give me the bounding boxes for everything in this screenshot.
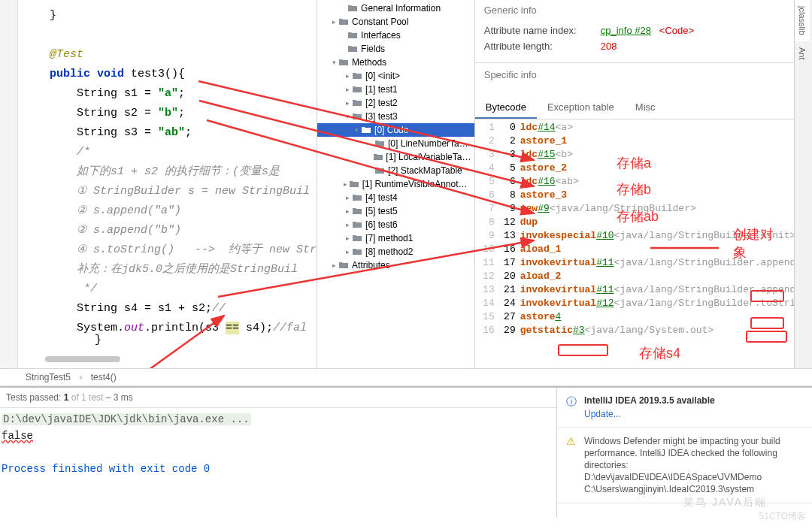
tree-arrow-icon[interactable]: ▸ [343,221,352,228]
tree-item[interactable]: ▸Constant Pool [317,15,474,29]
attr-name-link[interactable]: cp_info #28 [601,25,651,36]
tree-item[interactable]: ▾[0] Code [317,123,474,137]
tree-item-label: [0] LineNumberTable [388,138,471,149]
tree-item[interactable]: [1] LocalVariableTable [317,150,474,164]
code-editor[interactable]: } @Test public void test3(){ String s1 =… [0,0,317,368]
tree-item-label: [8] method2 [365,246,413,257]
tree-item[interactable]: ▸[0] <init> [317,69,474,83]
bytecode-line[interactable]: 22astore_1 [480,135,807,148]
notification-defender[interactable]: ⚠ Windows Defender might be impacting yo… [557,428,812,503]
folder-icon [350,180,359,189]
bytecode-extra: <a> [556,121,573,135]
bytecode-cp-link[interactable]: #3 [573,324,585,337]
tree-arrow-icon[interactable]: ▸ [343,248,352,255]
tree-item[interactable]: ▸[1] test1 [317,83,474,96]
tree-item-label: [2] StackMapTable [388,165,462,176]
tree-item-label: Interfaces [361,30,401,41]
warning-icon: ⚠ [566,435,580,495]
class-structure-tree[interactable]: General Information▸Constant PoolInterfa… [317,0,475,368]
tree-arrow-icon[interactable]: ▸ [343,194,352,201]
tree-item[interactable]: ▸Attributes [317,258,474,272]
tree-item[interactable]: ▸[7] method1 [317,231,474,245]
tree-item-label: [2] test2 [365,98,398,108]
attr-name-extra: <Code> [659,25,694,36]
bytecode-cp-link[interactable]: #10 [596,229,614,243]
tree-item[interactable]: ▾[3] test3 [317,110,474,123]
bytecode-line[interactable]: 1016aload_1 [480,243,807,256]
bytecode-line[interactable]: 79new #9 <java/lang/StringBuilder> [480,202,807,216]
bytecode-listing[interactable]: 10ldc #14 <a>22astore_133ldc #15 <b>45as… [475,119,812,339]
console-command: D:\dev\javaIDE\JDK\jdk\bin\java.exe ... [2,413,251,425]
tree-arrow-icon[interactable]: ▸ [329,18,338,26]
console-output[interactable]: D:\dev\javaIDE\JDK\jdk\bin\java.exe ... … [0,408,556,480]
tree-arrow-icon[interactable]: ▸ [329,261,338,269]
tree-item-label: [0] <init> [365,71,400,81]
bytecode-cp-link[interactable]: #11 [596,283,614,297]
editor-gutter [0,0,18,368]
tree-arrow-icon[interactable]: ▸ [343,99,352,107]
bytecode-cp-link[interactable]: 4 [556,310,562,324]
tree-item[interactable]: ▸[4] test4 [317,191,474,204]
tab-bytecode[interactable]: Bytecode [475,97,537,119]
notification-update[interactable]: ⓘ IntelliJ IDEA 2019.3.5 available Updat… [557,388,812,428]
bytecode-line[interactable]: 1220aload_2 [480,270,807,283]
tree-item[interactable]: ▸[2] test2 [317,96,474,110]
tree-item[interactable]: General Information [317,2,474,15]
console-out-false: false [2,430,33,442]
tree-item[interactable]: Fields [317,42,474,56]
bytecode-line[interactable]: 56ldc #16 <ab> [480,175,807,189]
bytecode-cp-link[interactable]: #12 [596,297,614,310]
tree-item[interactable]: ▾Methods [317,56,474,69]
editor-scrollbar-thumb[interactable] [45,356,120,362]
tree-arrow-icon[interactable]: ▸ [343,86,352,93]
tree-item[interactable]: ▸[5] test5 [317,204,474,218]
folder-icon [352,85,362,94]
tree-item[interactable]: ▸[6] test6 [317,218,474,231]
tree-item[interactable]: ▸[1] RuntimeVisibleAnnotatio... [317,177,474,191]
tree-arrow-icon[interactable]: ▸ [343,72,352,80]
tree-arrow-icon[interactable]: ▾ [352,126,361,134]
bytecode-line[interactable]: 68astore_3 [480,189,807,202]
folder-icon [338,17,349,26]
breadcrumb-method[interactable]: test4() [88,370,120,384]
folder-icon [352,193,362,202]
tree-arrow-icon[interactable]: ▾ [343,113,352,120]
bytecode-cp-link[interactable]: #14 [538,121,555,135]
bytecode-line[interactable]: 10ldc #14 <a> [480,121,807,135]
tree-item-label: General Information [361,3,441,14]
bytecode-line[interactable]: 45astore_2 [480,162,807,175]
bytecode-line[interactable]: 812dup [480,216,807,229]
breadcrumb-file[interactable]: StringTest5 [23,370,74,384]
tree-item-label: [0] Code [374,125,408,135]
attr-len-value: 208 [601,41,617,52]
tree-arrow-icon[interactable]: ▸ [343,207,352,215]
tree-arrow-icon[interactable]: ▸ [343,234,352,242]
tree-arrow-icon[interactable]: ▾ [329,59,338,66]
bytecode-line[interactable]: 33ldc #15 <b> [480,148,807,162]
bytecode-line[interactable]: 913invokespecial #10 <java/lang/StringBu… [480,229,807,243]
folder-icon [347,44,358,53]
tree-item[interactable]: [0] LineNumberTable [317,137,474,150]
breadcrumb[interactable]: StringTest5 › test4() [0,368,812,386]
side-tab-ant[interactable]: Ant [795,41,810,66]
tab-misc[interactable]: Misc [625,97,666,119]
folder-icon [338,58,349,67]
tree-item-label: [3] test3 [365,111,398,122]
bytecode-line[interactable]: 1117invokevirtual #11 <java/lang/StringB… [480,256,807,270]
folder-icon [352,247,362,256]
tree-item[interactable]: [2] StackMapTable [317,164,474,177]
tree-item[interactable]: ▸[8] method2 [317,245,474,258]
tree-arrow-icon[interactable]: ▸ [341,180,350,188]
bytecode-cp-link[interactable]: #9 [538,202,550,216]
tree-item[interactable]: Interfaces [317,29,474,42]
bytecode-cp-link[interactable]: #11 [596,256,614,270]
bytecode-cp-link[interactable]: #16 [538,175,555,189]
side-tab-jclasslib[interactable]: jclasslib [795,0,810,41]
tree-item-label: [1] test1 [365,84,398,95]
bytecode-cp-link[interactable]: #15 [538,148,555,162]
folder-icon [347,4,358,13]
notification-update-link[interactable]: Update... [584,409,803,419]
tree-item-label: [6] test6 [365,219,398,230]
folder-icon [352,220,362,229]
tab-exception-table[interactable]: Exception table [537,97,625,119]
